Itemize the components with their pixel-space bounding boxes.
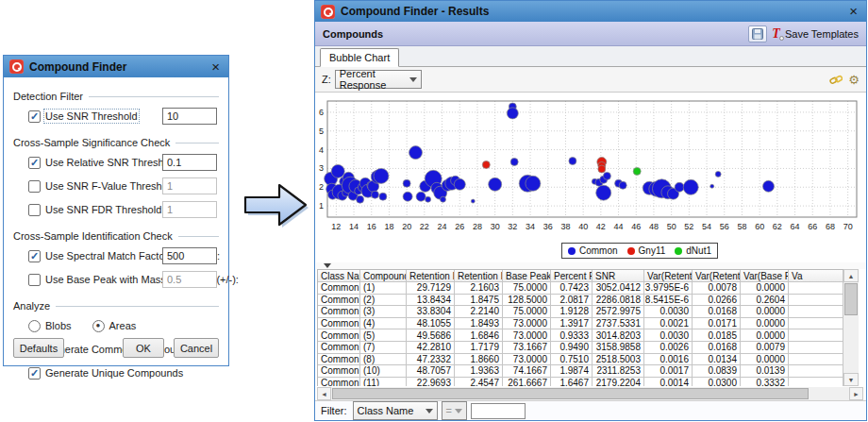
scroll-down-icon[interactable]: ▼ [843,373,859,386]
tab-bubble-chart[interactable]: Bubble Chart [320,48,399,67]
scroll-right-icon[interactable]: ► [849,387,863,400]
column-header[interactable]: SNR [593,270,644,282]
bubble[interactable] [454,178,465,190]
scroll-up-icon[interactable]: ▲ [843,269,859,282]
table-cell: 1.6467 [551,378,593,386]
column-header[interactable]: Var(Retent... [644,270,693,282]
template-icon[interactable]: T [772,27,780,41]
bubble[interactable] [683,179,698,194]
snr-fvalue-checkbox[interactable] [28,180,41,193]
table-row[interactable]: Common(4)48.10551.849373.00001.39172737.… [318,318,843,330]
table-cell: 2.4547 [455,378,503,386]
hscroll-thumb[interactable] [332,388,809,399]
save-templates-label[interactable]: Save Templates [785,28,859,40]
snr-threshold-input[interactable] [162,108,217,125]
bubble[interactable] [633,167,641,175]
column-header[interactable]: Base Peak [503,270,551,282]
dialog-body: Detection Filter ✓ Use SNR Threshold Cro… [4,77,228,365]
ok-button[interactable]: OK [123,338,164,358]
base-peak-checkbox[interactable] [28,274,41,286]
table-cell: (5) [360,329,407,342]
bubble[interactable] [471,199,475,203]
vertical-scrollbar[interactable]: ▲ ▼ [843,269,859,386]
snr-fvalue-input[interactable] [162,177,217,194]
areas-radio[interactable]: ● [92,320,105,332]
close-icon[interactable]: × [846,5,860,18]
column-header[interactable]: Compound... [360,270,407,282]
horizontal-scrollbar[interactable]: ◄ ► [317,387,863,400]
splitter-collapse-icon[interactable] [324,263,331,268]
bubble[interactable] [675,182,684,192]
bubble[interactable] [372,191,379,198]
x-tick-label: 56 [720,222,729,231]
column-header[interactable]: Var(Base P... [741,270,789,282]
column-header[interactable]: Retention I [407,270,455,282]
bubble[interactable] [569,158,576,165]
bubble[interactable] [619,181,626,189]
column-header[interactable]: Va [789,270,843,282]
base-peak-input[interactable] [162,271,217,288]
bubble[interactable] [763,180,775,192]
bubble[interactable] [489,177,502,191]
column-header[interactable]: Var(Retent... [693,270,741,282]
x-tick-label: 60 [755,222,764,231]
bubble[interactable] [416,192,426,201]
table-row[interactable]: Common(10)48.70571.936374.16671.98742311… [318,365,843,378]
filter-field-select[interactable]: Class Name [353,401,438,420]
table-row[interactable]: Common(2)13.84341.8475128.50002.08172286… [318,295,843,307]
relative-snr-input[interactable] [162,154,217,171]
splitter-bar[interactable] [316,262,866,269]
bubble[interactable] [441,196,446,202]
table-cell [789,378,843,386]
column-header[interactable]: Class Name [318,270,360,282]
table-row[interactable]: Common(7)42.28101.717973.16670.94903158.… [318,342,843,354]
link-icon[interactable] [829,74,843,86]
bubble[interactable] [715,171,721,177]
bubble[interactable] [409,146,423,160]
bubble[interactable] [426,196,431,202]
bubble[interactable] [482,161,490,169]
scroll-left-icon[interactable]: ◄ [317,387,331,400]
bubble[interactable] [374,168,389,183]
bubble[interactable] [526,176,541,191]
snr-fdr-checkbox[interactable] [28,204,41,216]
save-button[interactable] [748,25,767,42]
bubble[interactable] [403,192,412,201]
column-header[interactable]: Retention II [455,270,503,282]
filter-operator-select[interactable]: = [442,401,467,420]
x-tick-label: 14 [349,222,359,231]
filter-value-input[interactable] [471,403,526,419]
bubble[interactable] [598,165,606,173]
panel-title: Compounds [323,28,748,40]
relative-snr-checkbox[interactable]: ✓ [28,157,41,169]
blobs-radio[interactable] [28,320,41,332]
close-icon[interactable]: × [209,60,223,74]
bubble[interactable] [379,193,387,200]
generate-unique-checkbox[interactable]: ✓ [28,367,41,380]
bubble[interactable] [357,195,364,203]
gear-icon[interactable]: ⚙ [848,74,860,86]
table-row[interactable]: Common(8)47.23321.866073.00000.75102518.… [318,354,843,366]
table-row[interactable]: Common(1)29.71292.160375.00000.74233052.… [318,282,843,295]
bubble[interactable] [403,179,410,187]
results-titlebar[interactable]: Compound Finder - Results × [315,1,866,22]
bubble[interactable] [596,185,611,200]
bubble[interactable] [510,159,518,166]
defaults-button[interactable]: Defaults [13,338,64,358]
bubble[interactable] [603,172,610,179]
bubble[interactable] [507,108,518,119]
dialog-titlebar[interactable]: Compound Finder × [4,56,228,77]
table-row[interactable]: Common(11)22.96932.4547261.66671.6467217… [318,378,843,386]
spectral-match-checkbox[interactable]: ✓ [28,250,41,262]
spectral-match-input[interactable] [162,247,217,264]
bubble[interactable] [710,184,714,188]
snr-fdr-input[interactable] [162,201,217,218]
snr-threshold-checkbox[interactable]: ✓ [28,110,41,123]
table-row[interactable]: Common(5)49.56861.684673.00000.93333014.… [318,329,843,342]
cancel-button[interactable]: Cancel [174,338,219,358]
column-header[interactable]: Percent Re... [551,270,593,282]
z-axis-select[interactable]: Percent Response [335,70,422,89]
table-row[interactable]: Common(3)33.83042.214075.00001.91282572.… [318,306,843,318]
bubble[interactable] [331,164,344,177]
vscroll-thumb[interactable] [844,283,858,315]
